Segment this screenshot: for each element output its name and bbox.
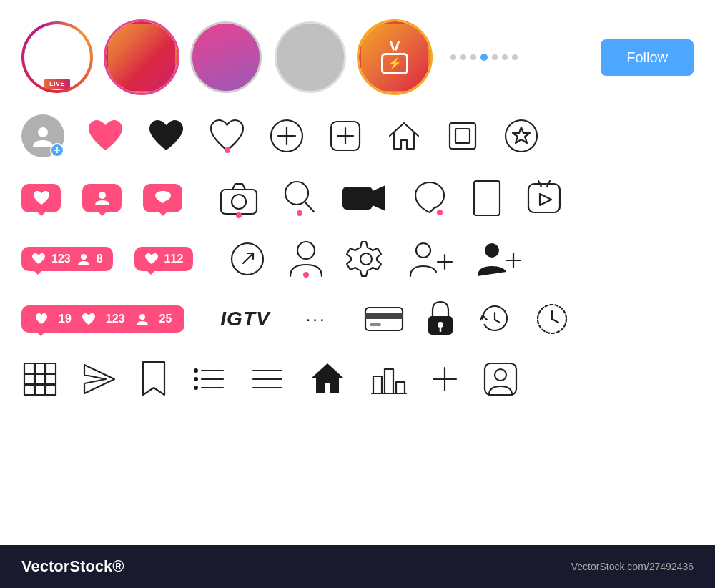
more-options-dots[interactable]: ··· — [306, 309, 327, 329]
main-content: LIVE ⚡ — [0, 0, 715, 545]
svg-marker-17 — [373, 185, 385, 211]
story-row: LIVE ⚡ — [21, 21, 694, 93]
svg-line-41 — [495, 320, 500, 323]
svg-point-59 — [194, 386, 198, 390]
history-icon — [475, 300, 514, 338]
bookmark-icon — [139, 359, 169, 399]
plus-icon — [430, 365, 459, 393]
comment-notif-bubble — [143, 184, 182, 212]
bar-chart-icon — [369, 359, 409, 399]
svg-point-71 — [495, 369, 506, 381]
svg-rect-66 — [396, 382, 405, 393]
send-icon — [80, 361, 117, 398]
likes-followers-bubble: 123 8 — [21, 247, 113, 271]
svg-rect-48 — [24, 374, 34, 384]
avatar[interactable]: + — [21, 114, 64, 157]
add-user-icon — [476, 240, 523, 278]
dot-1[interactable] — [450, 54, 456, 60]
svg-point-26 — [360, 253, 372, 265]
svg-rect-35 — [365, 313, 403, 319]
person-notif-bubble — [82, 184, 122, 212]
svg-rect-51 — [24, 385, 34, 395]
dot-6[interactable] — [502, 54, 508, 60]
story-circle-igtv[interactable]: ⚡ — [359, 21, 430, 93]
follow-person-icon — [408, 240, 455, 278]
svg-rect-64 — [373, 376, 382, 393]
live-badge: LIVE — [44, 79, 70, 89]
story-circle-gradient[interactable] — [190, 21, 262, 93]
svg-rect-52 — [35, 385, 45, 395]
plus-square-icon — [327, 117, 364, 155]
dot-2[interactable] — [460, 54, 466, 60]
brand-name: VectorStock® — [21, 557, 124, 576]
svg-rect-16 — [342, 187, 373, 210]
home-filled-icon — [307, 359, 347, 399]
heart-pink-icon — [86, 118, 125, 154]
svg-rect-18 — [474, 181, 500, 215]
svg-rect-53 — [46, 385, 56, 395]
dot-4-active[interactable] — [480, 54, 488, 61]
heart-notif-bubble — [21, 184, 61, 212]
svg-rect-49 — [35, 374, 45, 384]
svg-point-0 — [38, 127, 48, 137]
frame-icon — [444, 117, 481, 155]
dot-7[interactable] — [512, 54, 518, 60]
credit-card-icon — [363, 303, 405, 335]
comment-notif-icon — [154, 190, 172, 207]
follow-button[interactable]: Follow — [601, 39, 694, 76]
activity-clock-icon — [533, 300, 571, 338]
svg-point-38 — [438, 322, 443, 328]
story-circle-empty[interactable] — [275, 21, 346, 93]
home-outline-icon — [385, 117, 423, 155]
followers-count: 8 — [97, 253, 103, 265]
svg-rect-36 — [370, 323, 381, 326]
svg-point-27 — [416, 243, 430, 258]
igtv-label: IGTV — [220, 308, 270, 330]
svg-point-22 — [81, 254, 87, 260]
add-avatar-button[interactable]: + — [50, 143, 64, 157]
person-notif-icon — [93, 190, 112, 207]
gear-icon — [346, 239, 386, 279]
hamburger-menu-icon — [249, 361, 286, 398]
story-circle-live[interactable]: LIVE — [21, 21, 93, 93]
svg-rect-7 — [450, 123, 475, 149]
external-link-icon — [229, 240, 266, 278]
grid-icon — [21, 361, 59, 398]
svg-point-9 — [506, 120, 537, 152]
search-icon — [281, 177, 318, 219]
icon-row-2 — [21, 177, 694, 219]
icon-row-1: + — [21, 114, 694, 157]
svg-point-57 — [194, 377, 198, 381]
svg-point-11 — [99, 192, 106, 199]
plus-circle-icon — [268, 117, 305, 155]
igtv-square-icon — [524, 178, 564, 218]
svg-rect-12 — [221, 190, 257, 214]
svg-rect-50 — [46, 374, 56, 384]
star-circle-icon — [503, 117, 540, 155]
person-outline-icon — [287, 239, 325, 279]
svg-line-15 — [305, 202, 314, 212]
svg-rect-46 — [35, 363, 45, 373]
icon-row-3: 123 8 112 — [21, 239, 694, 279]
svg-rect-19 — [528, 184, 560, 212]
svg-point-13 — [232, 195, 246, 209]
video-camera-icon — [340, 180, 388, 217]
heart-black-icon — [147, 118, 186, 154]
likes-count-2: 112 — [164, 253, 184, 265]
svg-marker-10 — [513, 127, 530, 143]
svg-point-33 — [139, 314, 145, 320]
svg-point-55 — [194, 368, 198, 373]
dot-5[interactable] — [492, 54, 498, 60]
combined-likes: 123 — [106, 313, 125, 325]
svg-point-30 — [485, 243, 499, 258]
dot-3[interactable] — [470, 54, 476, 60]
story-circle-active[interactable] — [106, 21, 177, 93]
svg-rect-8 — [455, 129, 470, 143]
svg-rect-47 — [46, 363, 56, 373]
likes-count-bubble: 112 — [134, 247, 194, 271]
chat-bubble-icon — [410, 178, 450, 218]
story-dots — [450, 54, 518, 61]
rectangle-icon — [471, 178, 503, 218]
profile-frame-icon — [480, 359, 521, 399]
camera-icon — [218, 180, 260, 217]
